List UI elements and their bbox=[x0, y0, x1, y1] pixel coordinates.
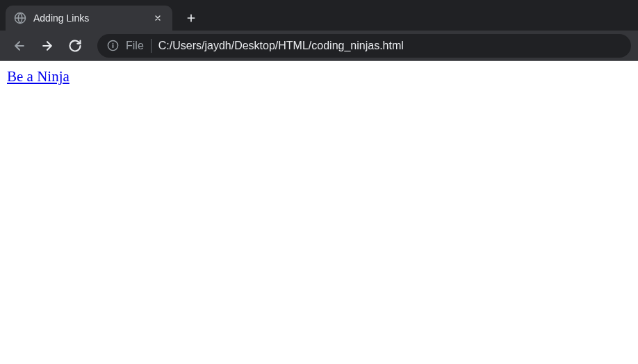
ninja-link[interactable]: Be a Ninja bbox=[7, 68, 69, 85]
page-content: Be a Ninja bbox=[0, 61, 638, 92]
protocol-label: File bbox=[126, 40, 144, 52]
url-text: C:/Users/jaydh/Desktop/HTML/coding_ninja… bbox=[158, 40, 404, 52]
address-bar[interactable]: File C:/Users/jaydh/Desktop/HTML/coding_… bbox=[97, 34, 631, 58]
forward-button[interactable] bbox=[35, 33, 60, 58]
browser-chrome: Adding Links bbox=[0, 0, 638, 61]
globe-icon bbox=[14, 12, 26, 24]
separator bbox=[151, 39, 152, 53]
close-tab-button[interactable] bbox=[152, 12, 164, 24]
new-tab-button[interactable] bbox=[181, 8, 202, 28]
site-info-button[interactable] bbox=[107, 40, 119, 51]
tab-bar: Adding Links bbox=[0, 0, 638, 31]
tab-title: Adding Links bbox=[33, 13, 103, 24]
back-button[interactable] bbox=[7, 33, 32, 58]
browser-tab[interactable]: Adding Links bbox=[6, 6, 172, 31]
reload-button[interactable] bbox=[63, 33, 88, 58]
toolbar: File C:/Users/jaydh/Desktop/HTML/coding_… bbox=[0, 31, 638, 61]
